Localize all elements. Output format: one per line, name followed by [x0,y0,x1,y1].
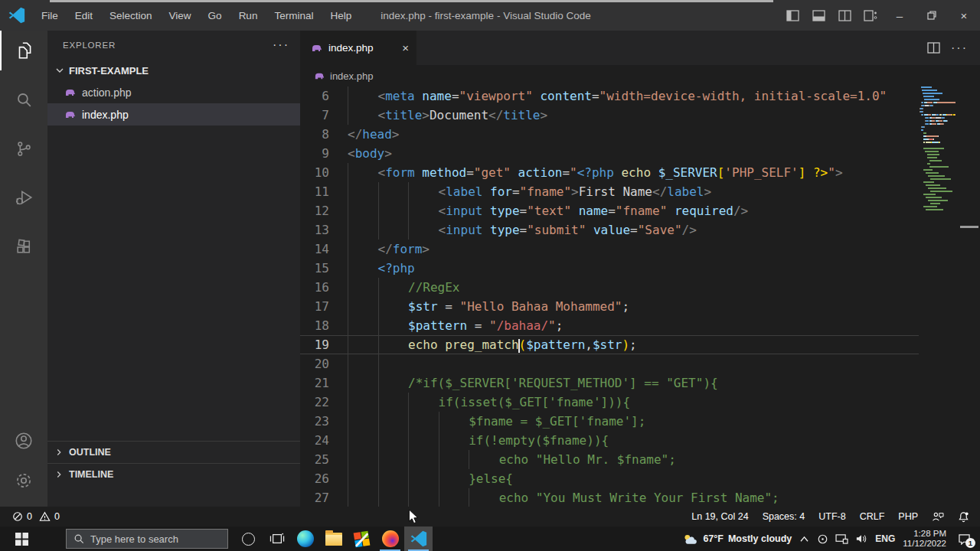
timeline-section[interactable]: TIMELINE [47,463,300,485]
close-button[interactable]: × [948,0,980,31]
language-mode[interactable]: PHP [898,511,918,522]
code-line-7[interactable]: 7 <title>Document</title> [300,106,919,125]
task-view-button[interactable] [263,527,291,551]
status-bar: 0 0 Ln 19, Col 24 Spaces: 4 UTF-8 CRLF P… [0,507,980,527]
menu-file[interactable]: File [34,7,65,24]
cortana-icon [242,533,255,546]
line-number: 6 [300,86,329,106]
edge-button[interactable] [291,527,319,551]
taskbar-search-input[interactable]: Type here to search [66,529,228,549]
menu-view[interactable]: View [162,7,198,24]
tray-expand-chevron-icon[interactable] [799,536,809,543]
screen-artifact-strip [50,0,773,2]
weather-desc: Mostly cloudy [728,533,792,544]
customize-layout-icon[interactable] [858,5,884,26]
keyboard-language[interactable]: ENG [875,533,895,544]
chevron-down-icon [54,64,66,77]
indentation[interactable]: Spaces: 4 [763,511,805,522]
line-number: 8 [300,125,329,144]
encoding[interactable]: UTF-8 [818,511,845,522]
code-line-8[interactable]: 8</head> [300,125,919,144]
code-line-19[interactable]: 19 echo preg_match($pattern,$str); [300,335,919,354]
file-item-action-php[interactable]: action.php [47,81,300,103]
weather-widget[interactable]: 67°F Mostly cloudy [683,533,792,545]
search-icon [74,533,84,544]
code-line-12[interactable]: 12 <input type="text" name="fname" requi… [300,201,919,220]
action-center-button[interactable]: 1 [954,529,974,549]
code-line-24[interactable]: 24 if(!empty($fname)){ [300,431,919,450]
breadcrumb-item[interactable]: index.php [330,70,373,82]
cursor-position[interactable]: Ln 19, Col 24 [691,511,748,522]
code-line-26[interactable]: 26 }else{ [300,469,919,488]
code-line-22[interactable]: 22 if(isset($_GET['fname'])){ [300,393,919,412]
code-line-15[interactable]: 15 <?php [300,259,919,278]
code-line-10[interactable]: 10 <form method="get" action="<?php echo… [300,163,919,182]
file-explorer-button[interactable] [319,527,348,551]
tray-network-icon[interactable] [835,533,848,544]
menu-terminal[interactable]: Terminal [267,7,320,24]
file-item-index-php[interactable]: index.php [47,103,300,126]
line-number: 21 [300,373,329,393]
vscode-taskbar-button[interactable] [404,527,433,551]
code-line-18[interactable]: 18 $pattern = "/bahaa/"; [300,316,919,335]
settings-gear-icon[interactable] [0,461,47,500]
tray-status-icon[interactable] [817,533,828,545]
folder-root[interactable]: FIRST-EXAMPLE [47,60,300,81]
code-line-11[interactable]: 11 <label for="fname">First Name</label> [300,182,919,201]
firefox-button[interactable] [376,527,404,551]
code-line-23[interactable]: 23 $fname = $_GET['fname']; [300,412,919,431]
eol-sequence[interactable]: CRLF [860,511,885,522]
menu-go[interactable]: Go [201,7,229,24]
split-editor-icon[interactable] [927,42,940,54]
taskbar-clock[interactable]: 1:28 PM 11/12/2022 [903,529,946,549]
minimize-button[interactable]: – [884,0,916,31]
overview-ruler[interactable] [956,86,980,507]
code-lines: 6 <meta name="viewport" content="width=d… [300,86,919,507]
code-line-14[interactable]: 14 </form> [300,240,919,259]
screen: File Edit Selection View Go Run Terminal… [0,0,980,551]
toggle-sidebar-icon[interactable] [779,5,805,26]
feedback-icon[interactable] [932,511,944,522]
code-line-16[interactable]: 16 //RegEx [300,278,919,297]
code-line-9[interactable]: 9<body> [300,144,919,163]
editor-more-actions-icon[interactable]: ··· [951,41,968,55]
search-icon[interactable] [0,80,47,119]
outline-section[interactable]: OUTLINE [47,441,300,463]
run-debug-icon[interactable] [0,178,47,217]
file-explorer-icon [325,533,342,546]
explorer-icon[interactable] [0,31,47,70]
breadcrumb[interactable]: index.php [300,65,980,86]
menu-help[interactable]: Help [323,7,358,24]
sidebar-more-actions-icon[interactable]: ··· [273,38,289,52]
line-number: 19 [300,335,329,354]
menu-run[interactable]: Run [232,7,265,24]
split-layout-icon[interactable] [831,5,858,26]
extensions-icon[interactable] [0,227,47,266]
code-line-17[interactable]: 17 $str = "Hello Bahaa Mohammed"; [300,297,919,316]
windows-logo-icon [15,533,28,546]
toggle-panel-icon[interactable] [805,5,831,26]
minimap[interactable] [919,86,956,507]
menu-selection[interactable]: Selection [103,7,159,24]
restore-button[interactable] [916,0,948,31]
menu-edit[interactable]: Edit [68,7,100,24]
tab-index-php[interactable]: index.php × [300,31,416,65]
start-button[interactable] [0,527,43,551]
notification-badge: 1 [965,538,975,548]
tab-close-icon[interactable]: × [402,41,409,54]
code-line-21[interactable]: 21 /*if($_SERVER['REQUEST_METHOD'] == "G… [300,373,919,393]
code-line-25[interactable]: 25 echo "Hello Mr. $fname"; [300,450,919,469]
notifications-bell-icon[interactable] [958,511,969,523]
code-line-27[interactable]: 27 echo "You Must Write Your First Name"… [300,488,919,507]
code-line-20[interactable]: 20 [300,354,919,373]
tray-volume-icon[interactable] [855,533,867,544]
account-icon[interactable] [0,421,47,461]
problems-indicator[interactable]: 0 0 [0,511,60,522]
code-area[interactable]: 6 <meta name="viewport" content="width=d… [300,86,919,507]
mouse-cursor [408,510,419,524]
code-line-13[interactable]: 13 <input type="submit" value="Save"/> [300,220,919,240]
source-control-icon[interactable] [0,129,47,168]
paint3d-button[interactable] [348,527,376,551]
cortana-button[interactable] [234,527,263,551]
code-line-6[interactable]: 6 <meta name="viewport" content="width=d… [300,86,919,106]
